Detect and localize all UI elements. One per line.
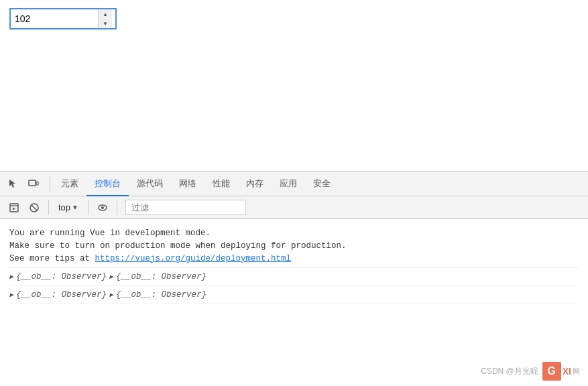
top-area: 102 ▲ ▼ <box>0 0 588 171</box>
console-section: You are running Vue in development mode.… <box>0 219 588 386</box>
console-output: You are running Vue in development mode.… <box>0 219 588 386</box>
svg-rect-2 <box>10 204 18 212</box>
watermark-logo: G XI 网 <box>542 362 580 381</box>
tab-security[interactable]: 安全 <box>305 172 339 196</box>
spinner-down[interactable]: ▼ <box>99 19 112 28</box>
vue-warning-message: You are running Vue in development mode.… <box>9 224 579 268</box>
eye-icon-button[interactable] <box>94 199 111 216</box>
console-object-row-2: ▶ {__ob__: Observer} ▶ {__ob__: Observer… <box>9 286 579 304</box>
logo-xi: XI <box>563 366 571 377</box>
block-requests-button[interactable] <box>25 199 43 216</box>
devtools-tabs: 元素 控制台 源代码 网络 性能 内存 应用 安全 <box>53 172 583 196</box>
obj-text-2b: {__ob__: Observer} <box>116 290 207 300</box>
dropdown-arrow-icon: ▼ <box>72 204 78 211</box>
devtools-tabbar: 元素 控制台 源代码 网络 性能 内存 应用 安全 <box>0 171 588 196</box>
number-spinners: ▲ ▼ <box>98 9 112 28</box>
number-input[interactable]: 102 <box>11 11 98 27</box>
devtools-icon-group <box>5 176 50 192</box>
deployment-link[interactable]: https://vuejs.org/guide/deployment.html <box>95 254 292 263</box>
expand-arrow-2b[interactable]: ▶ <box>109 291 113 299</box>
top-context-dropdown[interactable]: top ▼ <box>54 201 82 214</box>
svg-marker-4 <box>13 207 15 210</box>
expand-arrow-2a[interactable]: ▶ <box>9 291 13 299</box>
console-object-row-1: ▶ {__ob__: Observer} ▶ {__ob__: Observer… <box>9 268 579 286</box>
tab-memory[interactable]: 内存 <box>238 172 272 196</box>
watermark: CSDN @月光昵 G XI 网 <box>481 362 580 381</box>
cursor-icon[interactable] <box>5 176 21 192</box>
tab-application[interactable]: 应用 <box>272 172 305 196</box>
obj-text-1a: {__ob__: Observer} <box>16 272 107 281</box>
filter-input[interactable] <box>125 200 246 215</box>
spinner-up[interactable]: ▲ <box>99 9 112 19</box>
number-input-wrapper[interactable]: 102 ▲ ▼ <box>9 8 117 29</box>
obj-text-1b: {__ob__: Observer} <box>116 272 207 281</box>
expand-arrow-1b[interactable]: ▶ <box>109 273 113 281</box>
console-toolbar: top ▼ <box>0 196 588 219</box>
obj-text-2a: {__ob__: Observer} <box>16 290 107 300</box>
svg-point-8 <box>101 206 104 209</box>
toolbar-separator-3 <box>117 200 117 215</box>
watermark-csdn-text: CSDN @月光昵 <box>481 366 538 377</box>
tab-console[interactable]: 控制台 <box>86 172 129 196</box>
tab-elements[interactable]: 元素 <box>53 172 86 196</box>
toolbar-separator-2 <box>88 200 89 215</box>
toolbar-separator-1 <box>48 200 49 215</box>
device-icon[interactable] <box>25 176 42 192</box>
svg-rect-0 <box>29 180 36 186</box>
svg-rect-1 <box>36 182 38 185</box>
tab-sources[interactable]: 源代码 <box>129 172 171 196</box>
clear-console-button[interactable] <box>5 199 23 216</box>
vue-warning-line1: You are running Vue in development mode.… <box>9 229 347 263</box>
svg-line-6 <box>32 204 38 210</box>
expand-arrow-1a[interactable]: ▶ <box>9 273 13 281</box>
tab-network[interactable]: 网络 <box>171 172 204 196</box>
logo-g: G <box>542 362 561 381</box>
top-label: top <box>58 202 70 212</box>
tab-performance[interactable]: 性能 <box>204 172 238 196</box>
logo-net: 网 <box>573 367 580 377</box>
